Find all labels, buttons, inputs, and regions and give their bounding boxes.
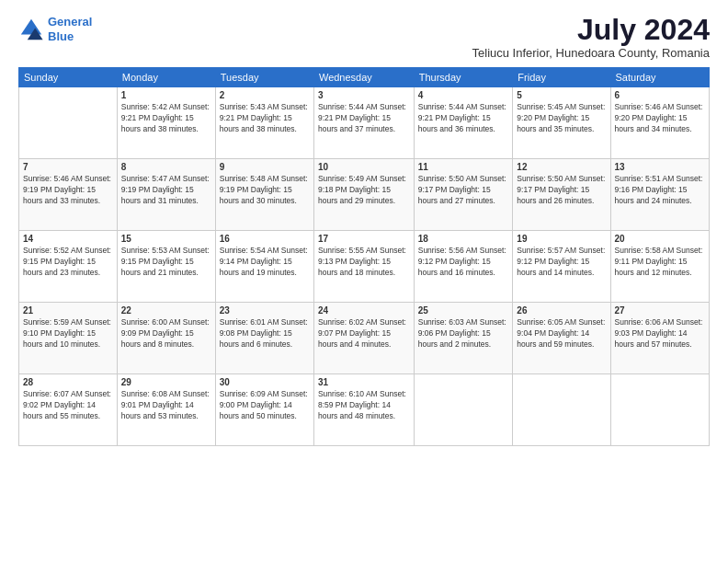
table-row: 1Sunrise: 5:42 AM Sunset: 9:21 PM Daylig… xyxy=(117,87,215,159)
calendar-week-5: 28Sunrise: 6:07 AM Sunset: 9:02 PM Dayli… xyxy=(19,374,710,446)
header: General Blue July 2024 Teliucu Inferior,… xyxy=(18,15,710,60)
day-info: Sunrise: 6:03 AM Sunset: 9:06 PM Dayligh… xyxy=(418,317,509,350)
table-row: 21Sunrise: 5:59 AM Sunset: 9:10 PM Dayli… xyxy=(19,303,118,374)
table-row: 6Sunrise: 5:46 AM Sunset: 9:20 PM Daylig… xyxy=(610,87,709,159)
day-number: 24 xyxy=(318,305,410,316)
day-number: 13 xyxy=(615,162,705,172)
day-number: 26 xyxy=(517,305,606,316)
day-number: 19 xyxy=(517,234,606,244)
table-row: 4Sunrise: 5:44 AM Sunset: 9:21 PM Daylig… xyxy=(414,87,513,159)
day-number: 9 xyxy=(220,162,310,172)
day-number: 8 xyxy=(121,162,211,172)
day-info: Sunrise: 5:48 AM Sunset: 9:19 PM Dayligh… xyxy=(220,174,310,207)
day-info: Sunrise: 5:50 AM Sunset: 9:17 PM Dayligh… xyxy=(418,174,509,207)
day-info: Sunrise: 6:05 AM Sunset: 9:04 PM Dayligh… xyxy=(517,317,606,350)
day-number: 25 xyxy=(418,305,509,316)
day-info: Sunrise: 5:59 AM Sunset: 9:10 PM Dayligh… xyxy=(23,317,113,350)
day-info: Sunrise: 5:54 AM Sunset: 9:14 PM Dayligh… xyxy=(220,246,310,279)
logo-text: General Blue xyxy=(48,15,92,43)
day-number: 28 xyxy=(23,377,113,387)
table-row: 13Sunrise: 5:51 AM Sunset: 9:16 PM Dayli… xyxy=(610,159,709,231)
day-number: 27 xyxy=(615,305,705,316)
day-number: 5 xyxy=(517,90,606,100)
table-row: 20Sunrise: 5:58 AM Sunset: 9:11 PM Dayli… xyxy=(610,231,709,303)
day-info: Sunrise: 5:50 AM Sunset: 9:17 PM Dayligh… xyxy=(517,174,606,207)
day-info: Sunrise: 6:08 AM Sunset: 9:01 PM Dayligh… xyxy=(121,389,211,422)
day-number: 7 xyxy=(23,162,113,172)
day-number: 10 xyxy=(318,162,410,172)
day-info: Sunrise: 5:56 AM Sunset: 9:12 PM Dayligh… xyxy=(418,246,509,279)
table-row: 15Sunrise: 5:53 AM Sunset: 9:15 PM Dayli… xyxy=(117,231,215,303)
calendar-week-2: 7Sunrise: 5:46 AM Sunset: 9:19 PM Daylig… xyxy=(19,159,710,231)
table-row: 18Sunrise: 5:56 AM Sunset: 9:12 PM Dayli… xyxy=(414,231,513,303)
day-number: 6 xyxy=(615,90,705,100)
day-info: Sunrise: 6:10 AM Sunset: 8:59 PM Dayligh… xyxy=(318,389,410,422)
day-number: 23 xyxy=(220,305,310,316)
table-row: 28Sunrise: 6:07 AM Sunset: 9:02 PM Dayli… xyxy=(19,374,118,446)
table-row: 30Sunrise: 6:09 AM Sunset: 9:00 PM Dayli… xyxy=(215,374,313,446)
logo-line1: General xyxy=(48,15,92,29)
table-row: 2Sunrise: 5:43 AM Sunset: 9:21 PM Daylig… xyxy=(215,87,313,159)
day-number: 17 xyxy=(318,234,410,244)
table-row: 25Sunrise: 6:03 AM Sunset: 9:06 PM Dayli… xyxy=(414,303,513,374)
table-row xyxy=(19,87,118,159)
day-number: 31 xyxy=(318,377,410,387)
day-info: Sunrise: 5:45 AM Sunset: 9:20 PM Dayligh… xyxy=(517,102,606,135)
day-info: Sunrise: 5:46 AM Sunset: 9:19 PM Dayligh… xyxy=(23,174,113,207)
day-number: 4 xyxy=(418,90,509,100)
day-info: Sunrise: 5:44 AM Sunset: 9:21 PM Dayligh… xyxy=(418,102,509,135)
header-row: Sunday Monday Tuesday Wednesday Thursday… xyxy=(19,68,710,87)
day-info: Sunrise: 6:01 AM Sunset: 9:08 PM Dayligh… xyxy=(220,317,310,350)
day-number: 12 xyxy=(517,162,606,172)
table-row: 23Sunrise: 6:01 AM Sunset: 9:08 PM Dayli… xyxy=(215,303,313,374)
day-info: Sunrise: 5:58 AM Sunset: 9:11 PM Dayligh… xyxy=(615,246,705,279)
day-info: Sunrise: 5:53 AM Sunset: 9:15 PM Dayligh… xyxy=(121,246,211,279)
day-number: 29 xyxy=(121,377,211,387)
day-info: Sunrise: 5:52 AM Sunset: 9:15 PM Dayligh… xyxy=(23,246,113,279)
table-row: 14Sunrise: 5:52 AM Sunset: 9:15 PM Dayli… xyxy=(19,231,118,303)
day-number: 30 xyxy=(220,377,310,387)
table-row: 29Sunrise: 6:08 AM Sunset: 9:01 PM Dayli… xyxy=(117,374,215,446)
table-row: 16Sunrise: 5:54 AM Sunset: 9:14 PM Dayli… xyxy=(215,231,313,303)
day-info: Sunrise: 5:49 AM Sunset: 9:18 PM Dayligh… xyxy=(318,174,410,207)
col-saturday: Saturday xyxy=(610,68,709,87)
day-info: Sunrise: 6:00 AM Sunset: 9:09 PM Dayligh… xyxy=(121,317,211,350)
day-info: Sunrise: 6:07 AM Sunset: 9:02 PM Dayligh… xyxy=(23,389,113,422)
day-info: Sunrise: 5:43 AM Sunset: 9:21 PM Dayligh… xyxy=(220,102,310,135)
col-thursday: Thursday xyxy=(414,68,513,87)
day-info: Sunrise: 5:47 AM Sunset: 9:19 PM Dayligh… xyxy=(121,174,211,207)
table-row: 3Sunrise: 5:44 AM Sunset: 9:21 PM Daylig… xyxy=(313,87,414,159)
day-info: Sunrise: 6:02 AM Sunset: 9:07 PM Dayligh… xyxy=(318,317,410,350)
logo-line2: Blue xyxy=(48,29,74,43)
day-number: 2 xyxy=(220,90,310,100)
calendar-table: Sunday Monday Tuesday Wednesday Thursday… xyxy=(18,67,710,446)
table-row: 10Sunrise: 5:49 AM Sunset: 9:18 PM Dayli… xyxy=(313,159,414,231)
day-number: 15 xyxy=(121,234,211,244)
calendar-week-1: 1Sunrise: 5:42 AM Sunset: 9:21 PM Daylig… xyxy=(19,87,710,159)
day-info: Sunrise: 5:46 AM Sunset: 9:20 PM Dayligh… xyxy=(615,102,705,135)
day-number: 20 xyxy=(615,234,705,244)
day-number: 21 xyxy=(23,305,113,316)
page: General Blue July 2024 Teliucu Inferior,… xyxy=(0,0,728,563)
day-info: Sunrise: 5:44 AM Sunset: 9:21 PM Dayligh… xyxy=(318,102,410,135)
table-row: 19Sunrise: 5:57 AM Sunset: 9:12 PM Dayli… xyxy=(513,231,610,303)
col-wednesday: Wednesday xyxy=(313,68,414,87)
table-row: 24Sunrise: 6:02 AM Sunset: 9:07 PM Dayli… xyxy=(313,303,414,374)
title-area: July 2024 Teliucu Inferior, Hunedoara Co… xyxy=(472,15,710,60)
logo: General Blue xyxy=(18,15,92,43)
table-row: 5Sunrise: 5:45 AM Sunset: 9:20 PM Daylig… xyxy=(513,87,610,159)
table-row: 9Sunrise: 5:48 AM Sunset: 9:19 PM Daylig… xyxy=(215,159,313,231)
calendar-week-4: 21Sunrise: 5:59 AM Sunset: 9:10 PM Dayli… xyxy=(19,303,710,374)
table-row: 8Sunrise: 5:47 AM Sunset: 9:19 PM Daylig… xyxy=(117,159,215,231)
col-monday: Monday xyxy=(117,68,215,87)
table-row: 27Sunrise: 6:06 AM Sunset: 9:03 PM Dayli… xyxy=(610,303,709,374)
table-row xyxy=(513,374,610,446)
table-row: 22Sunrise: 6:00 AM Sunset: 9:09 PM Dayli… xyxy=(117,303,215,374)
day-number: 3 xyxy=(318,90,410,100)
table-row: 12Sunrise: 5:50 AM Sunset: 9:17 PM Dayli… xyxy=(513,159,610,231)
logo-icon xyxy=(18,17,44,42)
day-info: Sunrise: 6:06 AM Sunset: 9:03 PM Dayligh… xyxy=(615,317,705,350)
table-row: 11Sunrise: 5:50 AM Sunset: 9:17 PM Dayli… xyxy=(414,159,513,231)
col-friday: Friday xyxy=(513,68,610,87)
day-info: Sunrise: 5:57 AM Sunset: 9:12 PM Dayligh… xyxy=(517,246,606,279)
